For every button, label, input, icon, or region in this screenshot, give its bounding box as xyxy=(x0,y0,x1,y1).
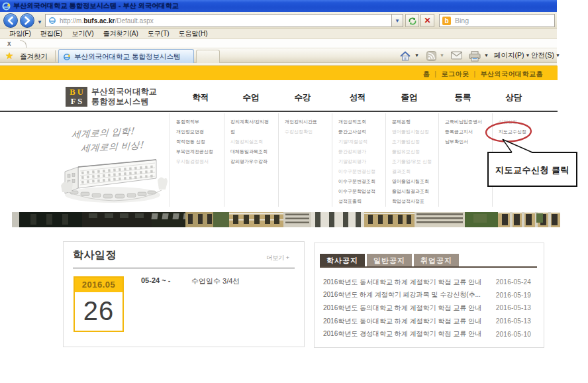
rss-caret-icon[interactable]: ▼ xyxy=(438,51,444,59)
menu-item[interactable]: 편집(E) xyxy=(40,29,62,38)
address-bar[interactable]: http://m.bufs.ac.kr/Default.aspx xyxy=(45,14,392,27)
megamenu-link[interactable]: 통합학적부 xyxy=(176,117,219,127)
notice-title: 2016학년도 동서대학교 하계 계절학기 학점 교류 안내 xyxy=(323,278,481,287)
megamenu-link[interactable]: 개인정보변경 xyxy=(176,127,219,137)
favorites-button[interactable]: 즐겨찾기 xyxy=(20,52,48,62)
home-caret-icon[interactable]: ▼ xyxy=(413,51,419,59)
search-box[interactable]: b Bing xyxy=(439,14,555,27)
megamenu-link: 시험강의실조회 xyxy=(230,137,273,146)
menu-item[interactable]: 도움말(H) xyxy=(179,29,208,38)
notice-row[interactable]: 2016학년도 동의대학교 하계 계절학기 학점 교류 안내2016-05-13 xyxy=(323,301,531,315)
menu-item[interactable]: 파일(F) xyxy=(9,29,31,38)
stop-button[interactable]: ✕ xyxy=(420,14,434,27)
notice-tab[interactable]: 일반공지 xyxy=(367,254,412,267)
megamenu-link[interactable]: 학업성적사정표 xyxy=(392,196,434,206)
menu-item[interactable]: 보기(V) xyxy=(72,29,93,38)
forward-button[interactable] xyxy=(20,13,34,28)
nav-item[interactable]: 성적 xyxy=(331,92,384,103)
page-icon xyxy=(48,17,56,25)
megamenu-link[interactable]: 개인강의시간표 xyxy=(285,117,327,127)
university-home-link[interactable]: 부산외국어대학교홈 xyxy=(481,70,544,78)
notice-tab[interactable]: 학사공지 xyxy=(320,254,365,267)
address-dropdown-button[interactable]: ▼ xyxy=(392,14,403,27)
megamenu-link: 기말/계절성적 xyxy=(338,137,381,146)
megamenu-link: 조기졸업신청 xyxy=(392,137,434,146)
divider xyxy=(320,266,537,268)
page-menu[interactable]: 페이지(P)▼ xyxy=(494,51,530,60)
safety-menu[interactable]: 안전(S)▼ xyxy=(531,51,560,60)
nav-item[interactable]: 학적 xyxy=(174,92,227,103)
nav-item[interactable]: 등록 xyxy=(436,92,489,103)
megamenu-link[interactable]: 강의평가우수강좌 xyxy=(230,156,273,166)
tab-curve-decoration xyxy=(20,40,26,48)
notice-tab[interactable]: 취업공지 xyxy=(414,254,459,267)
megamenu-link[interactable]: 납부확인서 xyxy=(445,137,487,146)
logout-link[interactable]: 로그아웃 xyxy=(441,70,469,78)
site-header: BU FS 부산외국어대학교 통합정보시스템 학적수업수강성적졸업등록상담 xyxy=(0,80,558,111)
nav-item[interactable]: 수업 xyxy=(224,92,277,103)
megamenu-link[interactable]: 문제은행 xyxy=(392,117,434,127)
notice-date: 2016-05-10 xyxy=(496,331,531,338)
tab-title: 부산외국어대학교 통합정보시스템 xyxy=(74,52,180,62)
divider xyxy=(55,50,56,62)
megamenu-link[interactable]: 이수구분학업성적 xyxy=(338,186,381,196)
recent-pages-caret-icon[interactable]: ▼ xyxy=(37,19,42,25)
notice-row[interactable]: 2016학년도 하계 계절학기 폐강과목 및 수강신청(추...2016-05-… xyxy=(323,289,531,302)
megamenu-link[interactable]: 강의계획서/강의평점 xyxy=(230,117,273,137)
notice-row[interactable]: 2016학년도 동서대학교 하계 계절학기 학점 교류 안내2016-05-24 xyxy=(323,276,531,289)
notice-row[interactable]: 2016학년도 경성대학교 하계 계절학기 학점 교류 안내2016-05-10 xyxy=(323,327,531,341)
bing-icon: b xyxy=(442,17,451,25)
megamenu-link[interactable]: 성적표출력 xyxy=(338,196,381,206)
print-icon[interactable] xyxy=(469,51,481,62)
calendar-month: 2016.05 xyxy=(75,278,122,292)
megamenu-link: 상담신청 xyxy=(499,117,541,127)
toolbar-strip: x xyxy=(0,39,557,48)
megamenu-link[interactable]: 부복연계전공신청 xyxy=(176,146,219,156)
new-tab-stub[interactable] xyxy=(196,50,220,64)
home-icon[interactable] xyxy=(400,51,411,61)
campus-sketch xyxy=(60,154,169,207)
screen: 부산외국어대학교 통합정보시스템 - 부산 외국어대학교 ▼ http://m.… xyxy=(0,0,588,383)
megamenu-link[interactable]: 교육비납입증명서 xyxy=(445,117,487,127)
megamenu-link[interactable]: 대체동일과목조회 xyxy=(230,146,273,156)
rss-feed-icon[interactable] xyxy=(426,51,436,61)
home-link[interactable]: 홈 xyxy=(423,70,430,78)
megamenu-link[interactable]: 중간고사성적 xyxy=(338,127,381,137)
utility-bar: 홈|로그아웃|부산외국어대학교홈 xyxy=(0,66,558,80)
megamenu-link: 졸업유보신청 xyxy=(392,146,434,156)
close-icon[interactable]: x xyxy=(7,40,11,47)
megamenu-link[interactable]: 개인성적조회 xyxy=(338,117,381,127)
megamenu-column-6: 교육비납입증명서등록금고지서납부확인서 xyxy=(438,113,493,207)
notice-title: 2016학년도 경성대학교 하계 계절학기 학점 교류 안내 xyxy=(323,329,481,339)
schedule-event: 수업일수 3/4선 xyxy=(191,276,240,286)
notice-date: 2016-05-13 xyxy=(496,304,531,311)
megamenu-link[interactable]: 지도교수신청 xyxy=(499,127,541,137)
notice-row[interactable]: 2016학년도 동아대학교 하계 계절학기 학점 교류 안내2016-05-13 xyxy=(323,315,531,328)
mail-icon[interactable] xyxy=(451,51,462,60)
notice-date: 2016-05-13 xyxy=(496,317,531,325)
navigation-bar: ▼ http://m.bufs.ac.kr/Default.aspx ▼ ✕ b… xyxy=(0,12,557,29)
megamenu-link: 수강신청확인 xyxy=(285,127,327,137)
megamenu-link[interactable]: 영어졸업시험조회 xyxy=(392,176,434,186)
favorites-star-icon[interactable]: ★ xyxy=(5,50,14,61)
notice-list: 2016학년도 동서대학교 하계 계절학기 학점 교류 안내2016-05-24… xyxy=(323,276,531,341)
megamenu-link[interactable]: 졸업시험결과조회 xyxy=(392,186,434,196)
refresh-button[interactable] xyxy=(405,14,419,27)
back-button[interactable] xyxy=(3,13,18,28)
megamenu-link: 중간강의평가 xyxy=(338,146,381,156)
megamenu-link[interactable]: 학적변동 신청 xyxy=(176,137,219,146)
megamenu-column-2: 강의계획서/강의평점시험강의실조회대체동일과목조회강의평가우수강좌 xyxy=(224,113,278,207)
calendar-more-link[interactable]: 더보기 + xyxy=(266,254,289,262)
search-placeholder: Bing xyxy=(455,17,469,25)
print-caret-icon[interactable]: ▼ xyxy=(483,51,489,59)
megamenu-link[interactable]: 이수구분변경조회 xyxy=(338,176,381,186)
megamenu-link[interactable]: 등록금고지서 xyxy=(445,127,487,137)
nav-item[interactable]: 졸업 xyxy=(383,92,436,103)
notice-title: 2016학년도 하계 계절학기 폐강과목 및 수강신청(추... xyxy=(323,290,481,300)
browser-tab[interactable]: 부산외국어대학교 통합정보시스템 xyxy=(58,49,194,64)
menu-item[interactable]: 도구(T) xyxy=(148,29,170,38)
menu-item[interactable]: 즐겨찾기(A) xyxy=(103,29,138,38)
nav-item[interactable]: 상담 xyxy=(487,92,540,103)
calendar-day: 26 xyxy=(75,292,122,331)
nav-item[interactable]: 수강 xyxy=(276,92,329,103)
